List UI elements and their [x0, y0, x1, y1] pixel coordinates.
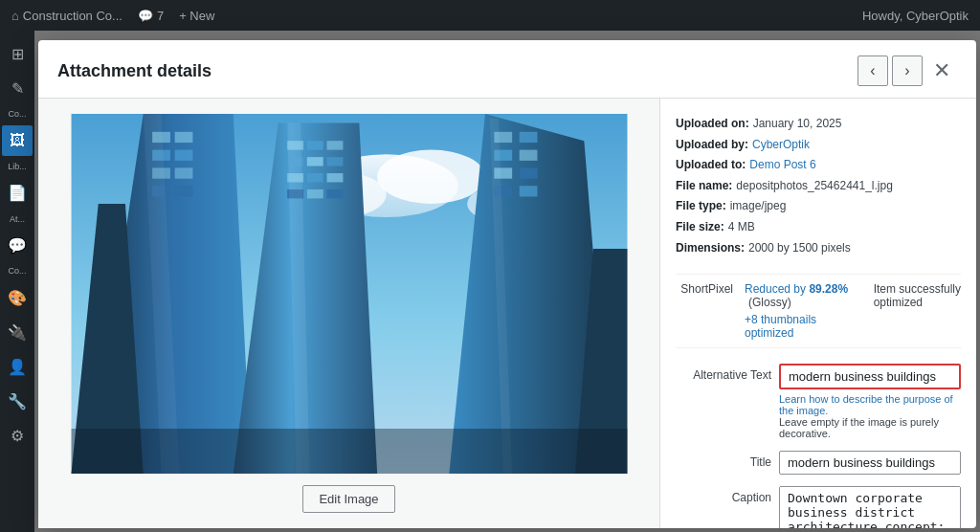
caption-field: Caption Downtown corporate business dist… — [676, 486, 961, 528]
svg-rect-32 — [519, 150, 537, 161]
alt-text-field: Alternative Text Learn how to describe t… — [676, 364, 961, 439]
svg-rect-17 — [306, 141, 323, 149]
file-size-row: File size: 4 MB — [676, 217, 961, 238]
sidebar-item-tools[interactable]: 🔧 — [2, 386, 33, 416]
uploaded-by-link[interactable]: CyberOptik — [752, 135, 810, 156]
title-control-wrap — [779, 451, 961, 475]
admin-bar-left: ⌂ Construction Co... 💬 7 + New — [11, 9, 214, 23]
sidebar-item-comments[interactable]: 💬 — [2, 230, 33, 260]
svg-rect-24 — [326, 173, 343, 182]
dimensions-value: 2000 by 1500 pixels — [748, 238, 851, 259]
svg-rect-9 — [174, 150, 192, 161]
sidebar-item-media[interactable]: 🖼 — [2, 125, 33, 156]
main-layout: ⊞ ✎ Co... 🖼 Lib... 📄 At... 💬 Co... 🎨 🔌 👤… — [0, 31, 980, 532]
modal-body: Edit Image Uploaded on: January 10, 2025… — [38, 99, 976, 528]
shortpixel-reduced: Reduced by 89.28% (Glossy) — [745, 282, 862, 309]
svg-rect-36 — [519, 186, 537, 196]
file-type-label: File type: — [676, 196, 726, 217]
modal-title: Attachment details — [57, 61, 212, 81]
svg-rect-41 — [71, 429, 627, 474]
file-type-value: image/jpeg — [730, 196, 787, 217]
svg-rect-27 — [326, 189, 343, 198]
wp-logo-icon: ⌂ — [11, 9, 19, 23]
admin-user-greeting: Howdy, CyberOptik — [862, 9, 969, 23]
shortpixel-reduced-label: Reduced by 89.28% — [745, 282, 848, 296]
file-name-value: depositphotos_25462441_l.jpg — [736, 176, 892, 197]
modal-header: Attachment details ‹ › ✕ — [38, 40, 976, 99]
file-info: Uploaded on: January 10, 2025 Uploaded b… — [676, 114, 961, 258]
modal-nav: ‹ › ✕ — [858, 55, 957, 86]
image-container — [54, 114, 645, 474]
title-label: Title — [676, 451, 771, 469]
comments-icon: 💬 — [138, 9, 153, 23]
svg-rect-13 — [174, 186, 192, 196]
edit-image-button[interactable]: Edit Image — [302, 485, 394, 513]
title-field: Title — [676, 451, 961, 475]
dimensions-row: Dimensions: 2000 by 1500 pixels — [676, 238, 961, 259]
uploaded-to-row: Uploaded to: Demo Post 6 — [676, 155, 961, 176]
content-area: Attachment details ‹ › ✕ — [34, 31, 980, 532]
admin-bar: ⌂ Construction Co... 💬 7 + New Howdy, Cy… — [0, 0, 980, 31]
alt-text-hint-link[interactable]: Learn how to describe the purpose of the… — [779, 393, 953, 416]
uploaded-to-link[interactable]: Demo Post 6 — [749, 155, 815, 176]
sidebar-item-users[interactable]: 👤 — [2, 351, 33, 382]
file-name-label: File name: — [676, 176, 732, 197]
uploaded-on-label: Uploaded on: — [676, 114, 749, 135]
svg-rect-26 — [306, 189, 323, 198]
image-panel: Edit Image — [38, 99, 660, 528]
sidebar-item-dashboard[interactable]: ⊞ — [2, 38, 33, 69]
svg-rect-34 — [519, 167, 537, 178]
shortpixel-info: Reduced by 89.28% (Glossy) +8 thumbnails… — [745, 282, 862, 340]
svg-rect-20 — [306, 157, 323, 166]
sidebar-section-at: At... — [8, 212, 27, 227]
file-name-row: File name: depositphotos_25462441_l.jpg — [676, 176, 961, 197]
uploaded-by-label: Uploaded by: — [676, 135, 748, 156]
admin-site-name[interactable]: ⌂ Construction Co... — [11, 9, 122, 23]
sidebar-section-lib: Lib... — [6, 160, 29, 174]
svg-rect-11 — [174, 167, 192, 178]
admin-comments[interactable]: 💬 7 — [138, 9, 164, 23]
sidebar-item-plugins[interactable]: 🔌 — [2, 317, 33, 347]
shortpixel-label: ShortPixel — [676, 282, 733, 296]
admin-new[interactable]: + New — [179, 9, 214, 23]
thumbnails-note: +8 thumbnails optimized — [745, 313, 862, 340]
shortpixel-glossy: (Glossy) — [748, 296, 791, 309]
sidebar-section-co: Co... — [6, 107, 28, 122]
uploaded-on-row: Uploaded on: January 10, 2025 — [676, 114, 961, 135]
file-type-row: File type: image/jpeg — [676, 196, 961, 217]
nav-next-button[interactable]: › — [892, 55, 923, 86]
svg-rect-21 — [326, 157, 343, 166]
svg-rect-18 — [326, 141, 343, 149]
sidebar-item-settings[interactable]: ⚙ — [2, 420, 33, 451]
attachment-details-modal: Attachment details ‹ › ✕ — [38, 40, 976, 528]
sidebar-item-pages[interactable]: 📄 — [2, 178, 33, 209]
caption-control-wrap: Downtown corporate business district arc… — [779, 486, 961, 528]
svg-rect-7 — [174, 132, 192, 143]
modal-overlay[interactable]: Attachment details ‹ › ✕ — [34, 31, 980, 532]
uploaded-by-row: Uploaded by: CyberOptik — [676, 135, 961, 156]
sidebar: ⊞ ✎ Co... 🖼 Lib... 📄 At... 💬 Co... 🎨 🔌 👤… — [0, 31, 34, 532]
title-input[interactable] — [779, 451, 961, 475]
caption-label: Caption — [676, 486, 771, 504]
nav-prev-button[interactable]: ‹ — [858, 55, 888, 86]
svg-rect-23 — [306, 173, 323, 182]
sidebar-item-appearance[interactable]: 🎨 — [2, 282, 33, 313]
file-size-label: File size: — [676, 217, 724, 238]
building-image — [54, 114, 645, 474]
caption-textarea[interactable]: Downtown corporate business district arc… — [779, 486, 961, 528]
alt-text-label: Alternative Text — [676, 364, 771, 382]
uploaded-to-label: Uploaded to: — [676, 155, 746, 176]
file-size-value: 4 MB — [728, 217, 755, 238]
svg-point-2 — [377, 150, 485, 204]
details-panel: Uploaded on: January 10, 2025 Uploaded b… — [660, 99, 976, 528]
alt-text-input[interactable] — [779, 364, 961, 389]
sidebar-section-co2: Co... — [6, 264, 28, 278]
dimensions-label: Dimensions: — [676, 238, 745, 259]
sidebar-item-posts[interactable]: ✎ — [2, 73, 33, 103]
modal-close-button[interactable]: ✕ — [926, 55, 957, 86]
uploaded-on-value: January 10, 2025 — [753, 114, 842, 135]
svg-rect-30 — [519, 132, 537, 143]
shortpixel-success: Item successfully optimized — [874, 282, 961, 309]
alt-text-hint: Learn how to describe the purpose of the… — [779, 393, 961, 439]
shortpixel-section: ShortPixel Reduced by 89.28% (Glossy) + — [676, 274, 961, 348]
